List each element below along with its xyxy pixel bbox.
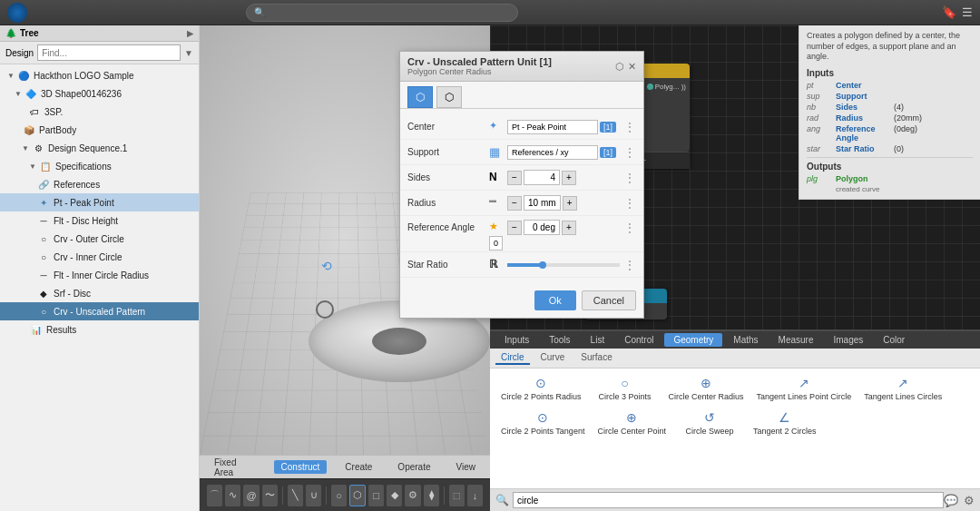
modal-icon1[interactable]: ⬡ [615,61,624,73]
bp-tab-measure[interactable]: Measure [769,333,823,347]
bt-frame-icon[interactable]: ⬚ [449,485,465,506]
modal-tab-1[interactable]: ⬡ [407,86,433,108]
bt-3d-icon[interactable]: ⧫ [424,485,439,506]
sides-minus-btn[interactable]: − [507,171,522,185]
bp-tabs: Inputs Tools List Control Geometry Maths… [490,331,980,349]
bt-fill-icon[interactable]: ◆ [387,485,402,506]
bt-rect-icon[interactable]: □ [368,485,384,506]
bookmark-icon[interactable]: 🔖 [942,5,956,19]
tree-item-3dshape[interactable]: ▼ 🔷 3D Shape00146236 [0,84,199,103]
chat-icon[interactable]: 💬 [944,494,958,507]
vp-tab-create[interactable]: Create [338,460,379,474]
sides-param-icon: N [489,171,504,185]
bp-item-circle-center-radius[interactable]: ⊕ Circle Center Radius [663,372,750,405]
star-ratio-more-icon[interactable]: ⋮ [623,258,636,272]
bp-item-tangent-lines-pt-circle[interactable]: ↗ Tangent Lines Point Circle [751,372,858,405]
bp-item-circle-3pt[interactable]: ○ Circle 3 Points [589,372,662,405]
tree-item-disc-height[interactable]: ─ Flt - Disc Height [0,211,199,230]
bt-curve-icon[interactable]: ∿ [225,485,240,506]
bp-subtab-surface[interactable]: Surface [575,351,617,365]
tree-item-label: 3D Shape00146236 [41,89,122,99]
tree-item-references[interactable]: 🔗 References [0,175,199,193]
bp-tab-tools[interactable]: Tools [540,333,579,347]
bp-item-circle-center-point[interactable]: ⊕ Circle Center Point [592,407,671,439]
bp-tab-list[interactable]: List [582,333,614,347]
bp-tab-inputs[interactable]: Inputs [495,333,538,347]
tree-item-label: Hackthon LOGO Sample [34,71,134,81]
info-val-rad: (20mm) [894,113,922,123]
support-value: References / xy [507,145,598,160]
tree-item-partbody[interactable]: 📦 PartBody [0,121,199,139]
crv-icon: ○ [36,250,51,264]
bp-tab-color[interactable]: Color [874,333,914,347]
cancel-button[interactable]: Cancel [582,290,636,310]
tree-icon: 🌲 [5,28,16,38]
modal-icon2[interactable]: ✕ [628,61,636,73]
bt-wave-icon[interactable]: 〜 [262,485,278,506]
radius-more-icon[interactable]: ⋮ [623,196,636,211]
bt-download-icon[interactable]: ↓ [467,485,483,506]
transform-handle[interactable]: ⟲ [321,259,332,273]
tree-item-hackthon[interactable]: ▼ 🔵 Hackthon LOGO Sample [0,66,199,84]
info-name-plg: Polygon [836,174,890,183]
bp-item-circle-2pt-radius[interactable]: ⊙ Circle 2 Points Radius [495,372,587,405]
tree-item-inner-radius[interactable]: ─ Flt - Inner Circle Radius [0,266,199,284]
tree-item-outer-circle[interactable]: ○ Crv - Outer Circle [0,230,199,248]
radius-minus-btn[interactable]: − [507,196,522,211]
vp-tab-view[interactable]: View [449,460,484,474]
tree-item-results[interactable]: 📊 Results [0,320,199,339]
bp-item-tangent-lines-circles[interactable]: ↗ Tangent Lines Circles [858,372,947,405]
bt-circle-icon[interactable]: ○ [331,485,347,506]
star-ratio-slider[interactable] [507,263,620,267]
center-more-icon[interactable]: ⋮ [623,120,636,134]
modal-dialog: Crv - Unscaled Pattern Unit [1] Polygon … [399,51,644,319]
tree-item-label: Crv - Outer Circle [54,234,124,244]
bp-search-input[interactable] [513,492,944,508]
design-dropdown[interactable]: Design [5,48,34,58]
param-control-radius: − 10 mm + [507,195,620,211]
search-bar[interactable]: 🔍 [246,4,518,22]
tree-item-design-seq[interactable]: ▼ ⚙ Design Sequence.1 [0,139,199,157]
param-row-center: Center ✦ Pt - Peak Point [1] ⋮ [400,114,643,140]
bp-item-circle-2pt-tangent[interactable]: ⊙ Circle 2 Points Tangent [495,407,590,439]
ref-angle-minus-btn[interactable]: − [507,221,522,235]
tree-item-crv-unscaled[interactable]: ○ Crv - Unscaled Pattern [0,302,199,320]
menu-icon[interactable]: ☰ [962,5,973,19]
bp-tab-maths[interactable]: Maths [724,333,767,347]
modal-tab-2[interactable]: ⬡ [436,86,462,108]
bt-line-icon[interactable]: ╲ [288,485,303,506]
support-more-icon[interactable]: ⋮ [623,145,636,160]
vp-tab-operate[interactable]: Operate [390,460,437,474]
bp-tab-images[interactable]: Images [824,333,872,347]
bp-tab-control[interactable]: Control [615,333,662,347]
flt-icon: ─ [36,268,51,282]
find-input[interactable] [37,44,181,61]
bp-subtab-circle[interactable]: Circle [495,351,530,365]
tree-item-peak-point[interactable]: ✦ Pt - Peak Point [0,193,199,211]
tree-item-srf-disc[interactable]: ◆ Srf - Disc [0,284,199,302]
tree-item-inner-circle[interactable]: ○ Crv - Inner Circle [0,248,199,266]
bt-arc-icon[interactable]: ⌒ [207,485,222,506]
bp-item-circle-sweep[interactable]: ↺ Circle Sweep [673,407,746,439]
ref-angle-plus-btn[interactable]: + [562,221,576,235]
bt-gear-icon[interactable]: ⚙ [405,485,420,506]
sides-more-icon[interactable]: ⋮ [623,171,636,185]
bp-subtab-curve[interactable]: Curve [535,351,571,365]
radius-plus-btn[interactable]: + [563,196,577,211]
tree-item-3sp[interactable]: 🏷 3SP. [0,103,199,121]
settings-icon[interactable]: ⚙ [964,494,975,507]
tree-item-specs[interactable]: ▼ 📋 Specifications [0,157,199,175]
vp-tab-construct[interactable]: Construct [274,460,328,474]
vp-tab-fixed-area[interactable]: Fixed Area [207,456,263,479]
bt-spiral-icon[interactable]: @ [243,485,259,506]
bp-tab-geometry[interactable]: Geometry [664,333,722,347]
ok-button[interactable]: Ok [534,290,576,310]
node-right-col: Polyg... )) [647,81,686,149]
sides-plus-btn[interactable]: + [562,171,576,185]
ref-angle-more-icon[interactable]: ⋮ [623,221,636,235]
bt-hex-icon[interactable]: ⬡ [349,485,366,506]
filter-icon[interactable]: ▼ [184,48,193,58]
bp-item-tangent-2-circles[interactable]: ∠ Tangent 2 Circles [748,407,822,439]
bt-curve2-icon[interactable]: ∪ [306,485,321,506]
tree-item-label: 3SP. [44,107,63,117]
